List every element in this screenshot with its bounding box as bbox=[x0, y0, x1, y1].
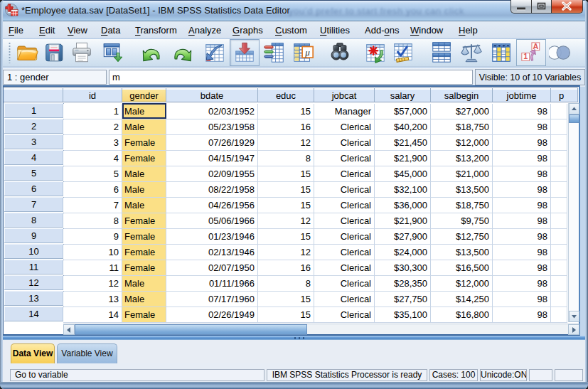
svg-text:μ: μ bbox=[304, 47, 310, 58]
